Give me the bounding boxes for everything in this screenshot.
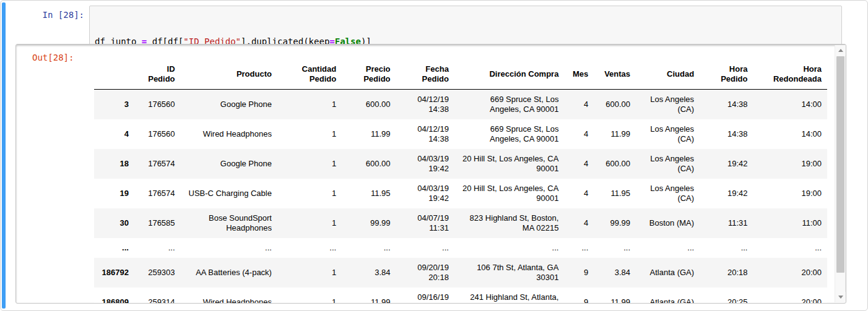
table-cell: 20:00 (753, 288, 827, 304)
table-cell: 11.99 (594, 119, 636, 149)
table-cell: Los Angeles (CA) (636, 179, 700, 208)
row-index-cell: 186809 (94, 288, 134, 304)
table-cell: 600.00 (342, 90, 396, 120)
column-header: Cantidad Pedido (277, 59, 342, 90)
table-cell: 04/03/19 19:42 (396, 149, 454, 179)
table-cell: 11:00 (753, 208, 827, 238)
scrollbar-thumb[interactable] (836, 56, 844, 273)
selected-cell-indicator-bar[interactable] (2, 2, 6, 309)
table-cell: 600.00 (594, 149, 636, 179)
table-cell: 176574 (134, 149, 181, 179)
table-cell: 20 Hill St, Los Angeles, CA 90001 (454, 179, 565, 208)
table-cell: 99.99 (342, 208, 396, 238)
column-header: Producto (181, 59, 277, 90)
table-cell: ... (636, 238, 700, 258)
table-cell: 176585 (134, 208, 181, 238)
dataframe-header: ID PedidoProductoCantidad PedidoPrecio P… (94, 59, 827, 90)
table-cell: 04/12/19 14:38 (396, 90, 454, 120)
index-corner-cell (94, 59, 134, 90)
scroll-up-arrow-icon (838, 49, 843, 52)
table-cell: 11:31 (700, 208, 753, 238)
table-cell: 04/07/19 11:31 (396, 208, 454, 238)
table-row: 186792259303AA Batteries (4-pack)13.8409… (94, 258, 827, 288)
column-header: Ventas (594, 59, 636, 90)
table-cell: 669 Spruce St, Los Angeles, CA 90001 (454, 90, 565, 120)
table-cell: 823 Highland St, Boston, MA 02215 (454, 208, 565, 238)
output-scroll-area[interactable]: Out[28]: ID PedidoProductoCantidad Pedid… (15, 44, 846, 304)
table-row: .................................... (94, 238, 827, 258)
table-cell: 4 (564, 149, 594, 179)
table-row: 3176560Google Phone1600.0004/12/19 14:38… (94, 90, 827, 120)
table-cell: 19:00 (753, 149, 827, 179)
table-cell: ... (396, 238, 454, 258)
table-row: 18176574Google Phone1600.0004/03/19 19:4… (94, 149, 827, 179)
output-vertical-scrollbar[interactable] (835, 45, 845, 302)
table-cell: 09/20/19 20:18 (396, 258, 454, 288)
table-cell: AA Batteries (4-pack) (181, 258, 277, 288)
table-cell: 259303 (134, 258, 181, 288)
table-cell: 11.99 (594, 288, 636, 304)
table-cell: Los Angeles (CA) (636, 119, 700, 149)
table-cell: 14:00 (753, 90, 827, 120)
column-header: Ciudad (636, 59, 700, 90)
table-cell: 4 (564, 179, 594, 208)
table-cell: 20 Hill St, Los Angeles, CA 90001 (454, 149, 565, 179)
table-cell: Los Angeles (CA) (636, 90, 700, 120)
output-prompt: Out[28]: (32, 51, 74, 64)
table-cell: 241 Highland St, Atlanta, GA 30301 (454, 288, 565, 304)
table-cell: 1 (277, 119, 342, 149)
table-cell: 4 (564, 119, 594, 149)
table-row: 4176560Wired Headphones111.9904/12/19 14… (94, 119, 827, 149)
scroll-up-button[interactable] (835, 45, 846, 56)
table-cell: 176560 (134, 119, 181, 149)
table-cell: ... (134, 238, 181, 258)
table-cell: ... (700, 238, 753, 258)
table-cell: Bose SoundSport Headphones (181, 208, 277, 238)
column-header: Precio Pedido (342, 59, 396, 90)
table-cell: 14:00 (753, 119, 827, 149)
row-index-cell: 186792 (94, 258, 134, 288)
table-cell: 14:38 (700, 119, 753, 149)
table-cell: Atlanta (GA) (636, 288, 700, 304)
table-cell: 3.84 (594, 258, 636, 288)
table-cell: ... (564, 238, 594, 258)
table-cell: 259314 (134, 288, 181, 304)
dataframe-container: ID PedidoProductoCantidad PedidoPrecio P… (94, 59, 827, 304)
table-cell: Los Angeles (CA) (636, 149, 700, 179)
table-cell: 1 (277, 208, 342, 238)
table-cell: 04/12/19 14:38 (396, 119, 454, 149)
header-row: ID PedidoProductoCantidad PedidoPrecio P… (94, 59, 827, 90)
table-cell: 176574 (134, 179, 181, 208)
table-cell: ... (594, 238, 636, 258)
table-cell: Google Phone (181, 90, 277, 120)
column-header: Dirección Compra (454, 59, 565, 90)
table-cell: 1 (277, 90, 342, 120)
table-cell: Wired Headphones (181, 119, 277, 149)
table-cell: 19:42 (700, 179, 753, 208)
scroll-down-arrow-icon (838, 296, 843, 299)
table-cell: USB-C Charging Cable (181, 179, 277, 208)
scroll-down-button[interactable] (835, 292, 846, 302)
table-cell: 1 (277, 179, 342, 208)
table-cell: 9 (564, 288, 594, 304)
table-cell: 1 (277, 149, 342, 179)
table-cell: 19:42 (700, 149, 753, 179)
column-header: Fecha Pedido (396, 59, 454, 90)
table-cell: Wired Headphones (181, 288, 277, 304)
table-row: 19176574USB-C Charging Cable111.9504/03/… (94, 179, 827, 208)
table-cell: 09/16/19 20:25 (396, 288, 454, 304)
table-cell: Google Phone (181, 149, 277, 179)
table-cell: 11.95 (342, 179, 396, 208)
row-index-cell: 30 (94, 208, 134, 238)
table-cell: ... (753, 238, 827, 258)
table-cell: 600.00 (594, 90, 636, 120)
table-cell: 11.95 (594, 179, 636, 208)
column-header: Hora Redondeada (753, 59, 827, 90)
dataframe: ID PedidoProductoCantidad PedidoPrecio P… (94, 59, 827, 304)
table-cell: 4 (564, 208, 594, 238)
row-index-cell: 19 (94, 179, 134, 208)
table-cell: 11.99 (342, 288, 396, 304)
table-cell: ... (181, 238, 277, 258)
table-cell: ... (277, 238, 342, 258)
row-index-cell: 3 (94, 90, 134, 120)
